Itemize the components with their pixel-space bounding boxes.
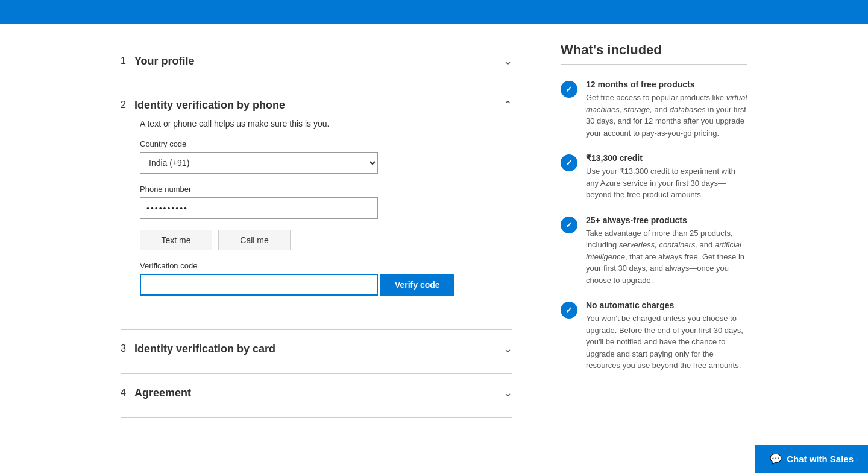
benefit-no-charges-desc: You won't be charged unless you choose t…: [586, 313, 747, 372]
benefit-always-free-desc: Take advantage of more than 25 products,…: [586, 227, 747, 287]
section-2-number: 2: [121, 100, 126, 110]
benefit-always-free-text: 25+ always-free products Take advantage …: [586, 215, 747, 287]
benefit-credit: ₹13,300 credit Use your ₹13,300 credit t…: [561, 153, 747, 201]
section-4-chevron: ⌄: [503, 386, 512, 399]
benefit-credit-text: ₹13,300 credit Use your ₹13,300 credit t…: [586, 153, 747, 201]
section-4-title: Agreement: [134, 387, 191, 399]
section-3-title: Identity verification by card: [134, 343, 275, 355]
country-code-select[interactable]: India (+91) United States (+1) United Ki…: [140, 152, 378, 174]
section-3-header-left: 3 Identity verification by card: [121, 343, 275, 355]
section-2-chevron: ⌃: [503, 98, 512, 112]
left-column: 1 Your profile ⌄ 2 Identity verification…: [121, 42, 512, 418]
phone-number-input[interactable]: [140, 197, 378, 219]
section-4-number: 4: [121, 387, 126, 398]
benefit-free-products-desc: Get free access to popular products like…: [586, 92, 747, 139]
benefit-free-products-text: 12 months of free products Get free acce…: [586, 80, 747, 139]
benefit-always-free: 25+ always-free products Take advantage …: [561, 215, 747, 287]
whats-included-title: What's included: [561, 42, 747, 65]
section-1-title: Your profile: [134, 55, 195, 68]
benefit-no-charges-text: No automatic charges You won't be charge…: [586, 300, 747, 372]
section-3-number: 3: [121, 343, 126, 354]
section-agreement: 4 Agreement ⌄: [121, 374, 512, 418]
benefit-free-products-title: 12 months of free products: [586, 80, 747, 89]
benefit-no-charges-title: No automatic charges: [586, 300, 747, 310]
section-your-profile-header[interactable]: 1 Your profile ⌄: [121, 42, 512, 75]
section-2-description: A text or phone call helps us make sure …: [140, 119, 512, 129]
chat-icon: 💬: [770, 453, 782, 465]
verification-code-input[interactable]: [140, 274, 378, 296]
section-1-number: 1: [121, 56, 126, 66]
verification-code-label: Verification code: [140, 261, 512, 270]
section-header-left: 1 Your profile: [121, 55, 195, 68]
benefit-no-charges: No automatic charges You won't be charge…: [561, 300, 747, 372]
call-me-button[interactable]: Call me: [218, 230, 291, 250]
verify-code-button[interactable]: Verify code: [380, 274, 454, 296]
verification-buttons-row: Text me Call me: [140, 230, 512, 250]
section-2-header-left: 2 Identity verification by phone: [121, 99, 285, 112]
section-identity-card: 3 Identity verification by card ⌄: [121, 330, 512, 374]
section-2-title: Identity verification by phone: [134, 99, 285, 112]
chat-with-sales-button[interactable]: 💬 Chat with Sales: [755, 445, 868, 473]
benefit-free-products: 12 months of free products Get free acce…: [561, 80, 747, 139]
section-1-chevron: ⌄: [503, 54, 512, 68]
top-bar: [0, 0, 868, 24]
benefit-always-free-icon: [561, 217, 577, 233]
benefit-credit-desc: Use your ₹13,300 credit to experiment wi…: [586, 165, 747, 201]
chat-with-sales-label: Chat with Sales: [787, 454, 854, 464]
benefit-free-products-icon: [561, 81, 577, 98]
phone-number-label: Phone number: [140, 185, 512, 194]
section-2-body: A text or phone call helps us make sure …: [121, 119, 512, 319]
section-identity-phone: 2 Identity verification by phone ⌃ A tex…: [121, 86, 512, 330]
right-column: What's included 12 months of free produc…: [561, 42, 747, 418]
section-agreement-header[interactable]: 4 Agreement ⌄: [121, 374, 512, 407]
main-container: 1 Your profile ⌄ 2 Identity verification…: [0, 24, 868, 436]
section-4-header-left: 4 Agreement: [121, 387, 191, 399]
benefit-credit-title: ₹13,300 credit: [586, 153, 747, 163]
section-identity-phone-header[interactable]: 2 Identity verification by phone ⌃: [121, 86, 512, 119]
section-your-profile: 1 Your profile ⌄: [121, 42, 512, 86]
country-code-label: Country code: [140, 139, 512, 148]
text-me-button[interactable]: Text me: [140, 230, 212, 250]
section-3-chevron: ⌄: [503, 342, 512, 355]
benefit-credit-icon: [561, 154, 577, 171]
benefit-no-charges-icon: [561, 302, 577, 319]
benefit-always-free-title: 25+ always-free products: [586, 215, 747, 225]
section-identity-card-header[interactable]: 3 Identity verification by card ⌄: [121, 330, 512, 363]
